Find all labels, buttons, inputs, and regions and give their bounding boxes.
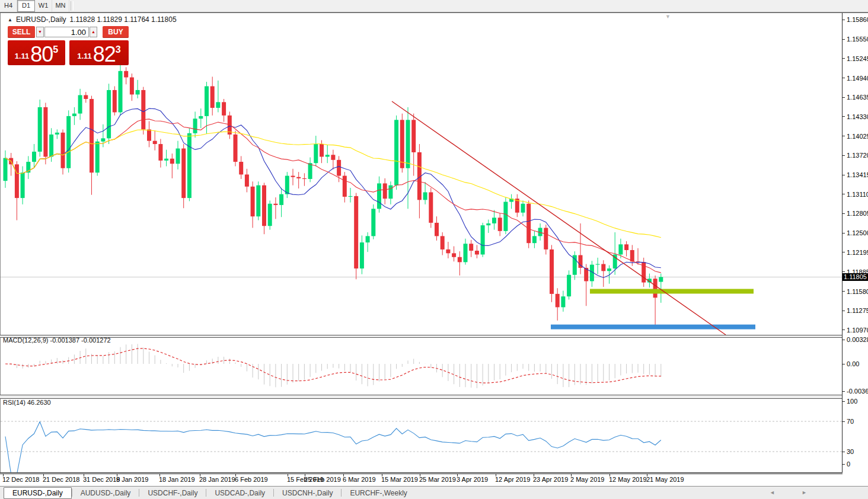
chart-symbol-period: EURUSD-,Daily — [16, 15, 66, 24]
date-axis-label: 9 Jan 2019 — [116, 476, 148, 483]
date-axis-label: 2 May 2019 — [570, 476, 604, 483]
sell-price-prefix: 1.11 — [15, 52, 30, 60]
price-axis-label: 1.12500 — [847, 229, 868, 236]
rsi-panel-splitter[interactable] — [0, 395, 868, 399]
date-axis-label: 21 Dec 2018 — [43, 476, 79, 483]
sell-button[interactable]: SELL — [8, 26, 35, 38]
tab-usdchf-daily[interactable]: USDCHF-,Daily — [139, 488, 206, 498]
sell-price-sup: 5 — [53, 44, 58, 55]
tf-button-h4[interactable]: H4 — [0, 0, 17, 12]
macd-axis-label: -0.003659 — [847, 388, 868, 395]
price-axis-label: 1.14025 — [847, 133, 868, 140]
macd-axis-tick — [843, 340, 845, 340]
price-axis-label: 1.11275 — [847, 307, 868, 314]
price-axis-tick — [843, 194, 845, 194]
buy-price-panel[interactable]: 1.11 82 3 — [69, 40, 129, 65]
buy-price-sup: 3 — [116, 44, 121, 55]
price-axis-label: 1.11580 — [847, 288, 868, 295]
price-axis-label: 1.10970 — [847, 327, 868, 334]
date-axis-label: 15 Mar 2019 — [381, 476, 418, 483]
date-axis-label: 3 Apr 2019 — [457, 476, 488, 483]
date-axis-label: 28 Jan 2019 — [199, 476, 235, 483]
price-axis-label: 1.13720 — [847, 152, 868, 159]
price-axis-tick — [843, 116, 845, 117]
tf-button-mn[interactable]: MN — [52, 0, 69, 12]
buy-price-big: 82 — [93, 46, 116, 63]
macd-axis-tick — [843, 364, 845, 364]
rsi-axis-tick — [843, 421, 845, 422]
buy-price-prefix: 1.11 — [77, 52, 92, 60]
tf-button-d1[interactable]: D1 — [17, 0, 35, 12]
tab-scroll-right-icon[interactable]: ► — [802, 490, 807, 495]
price-axis-label: 1.13415 — [847, 171, 868, 178]
rsi-axis-tick — [843, 464, 845, 465]
volume-input[interactable] — [44, 27, 89, 37]
macd-panel-splitter[interactable] — [0, 335, 868, 338]
tab-eurchf-weekly[interactable]: EURCHF-,Weekly — [342, 488, 415, 498]
tf-button-w1[interactable]: W1 — [35, 0, 52, 12]
price-axis-tick — [843, 97, 845, 98]
volume-increase-button[interactable]: ▲ — [90, 27, 97, 37]
rsi-axis-label: 100 — [847, 398, 857, 405]
sell-price-panel[interactable]: 1.11 80 5 — [8, 40, 65, 65]
price-axis-label: 1.12195 — [847, 249, 868, 256]
timeframe-toolbar: H4 D1 W1 MN — [0, 0, 868, 12]
price-axis-label: 1.15860 — [847, 16, 868, 23]
rsi-axis-label: 30 — [847, 448, 854, 455]
date-axis-label: 12 Dec 2018 — [2, 476, 39, 483]
date-axis-label: 31 Dec 2018 — [83, 476, 120, 483]
date-axis-label: 6 Mar 2019 — [343, 476, 376, 483]
price-axis-label: 1.14940 — [847, 75, 868, 82]
macd-axis-label: 0.003287 — [847, 336, 868, 343]
tab-usdcad-daily[interactable]: USDCAD-,Daily — [206, 488, 273, 498]
price-axis-label: 1.15245 — [847, 55, 868, 62]
price-axis-tick — [843, 291, 845, 292]
date-axis[interactable]: 12 Dec 201821 Dec 201831 Dec 20189 Jan 2… — [0, 474, 842, 485]
price-axis-tick — [843, 20, 845, 20]
price-axis[interactable]: 1.158601.155501.152451.149401.146351.143… — [843, 13, 868, 485]
rsi-axis-tick — [843, 401, 845, 402]
price-axis-label: 1.12805 — [847, 210, 868, 217]
date-axis-label: 23 Apr 2019 — [533, 476, 568, 483]
rsi-axis-label: 70 — [847, 418, 854, 425]
date-axis-label: 18 Jan 2019 — [159, 476, 195, 483]
price-axis-label: 1.14330 — [847, 113, 868, 120]
price-axis-label: 1.15550 — [847, 36, 868, 43]
price-axis-tick — [843, 78, 845, 78]
chart-title: ▲ EURUSD-,Daily 1.11828 1.11829 1.11764 … — [8, 15, 177, 24]
chart-tab-bar: EURUSD-,DailyAUDUSD-,DailyUSDCHF-,DailyU… — [0, 486, 868, 499]
date-axis-label: 6 Feb 2019 — [235, 476, 268, 483]
price-axis-tick — [843, 39, 845, 40]
tab-eurusd-daily[interactable]: EURUSD-,Daily — [4, 487, 72, 499]
date-axis-label: 21 May 2019 — [646, 476, 684, 483]
volume-decrease-button[interactable]: ▼ — [36, 27, 44, 37]
price-axis-tick — [843, 136, 845, 136]
chart-canvas[interactable] — [1, 13, 842, 473]
price-axis-label: 1.13110 — [847, 191, 868, 198]
price-axis-tick — [843, 233, 845, 233]
price-axis-tick — [843, 271, 845, 272]
tab-scroll-left-icon[interactable]: ◄ — [770, 490, 775, 495]
price-axis-tick — [843, 213, 845, 214]
date-axis-label: 25 Feb 2019 — [304, 476, 341, 483]
one-click-trading-panel: SELL ▼ ▲ BUY 1.11 80 5 1.11 82 3 — [7, 26, 129, 65]
rsi-axis-tick — [843, 452, 845, 452]
mt4-window: { "toolbar": {"buttons": ["H4", "D1", "W… — [0, 0, 868, 499]
chart-collapse-icon[interactable]: ▲ — [8, 17, 12, 23]
price-axis-tick — [843, 175, 845, 175]
date-axis-label: 12 May 2019 — [609, 476, 647, 483]
toolbar-separator — [71, 1, 74, 11]
rsi-axis-label: 0 — [847, 460, 850, 468]
price-axis-tick — [843, 58, 845, 59]
tab-usdcnh-daily[interactable]: USDCNH-,Daily — [274, 488, 341, 498]
chart-shift-marker-icon[interactable]: ▼ — [665, 14, 671, 20]
price-axis-tick — [843, 252, 845, 252]
tab-audusd-daily[interactable]: AUDUSD-,Daily — [72, 488, 139, 498]
macd-axis-tick — [843, 391, 845, 392]
rsi-indicator-label: RSI(14) 46.2630 — [3, 399, 51, 406]
macd-indicator-label: MACD(12,26,9) -0.001387 -0.001272 — [3, 337, 111, 344]
chart-ohlc-values: 1.11828 1.11829 1.11764 1.11805 — [70, 15, 177, 24]
current-price-box: 1.11805 — [843, 273, 868, 281]
buy-button[interactable]: BUY — [103, 26, 129, 38]
price-axis-tick — [843, 311, 845, 311]
